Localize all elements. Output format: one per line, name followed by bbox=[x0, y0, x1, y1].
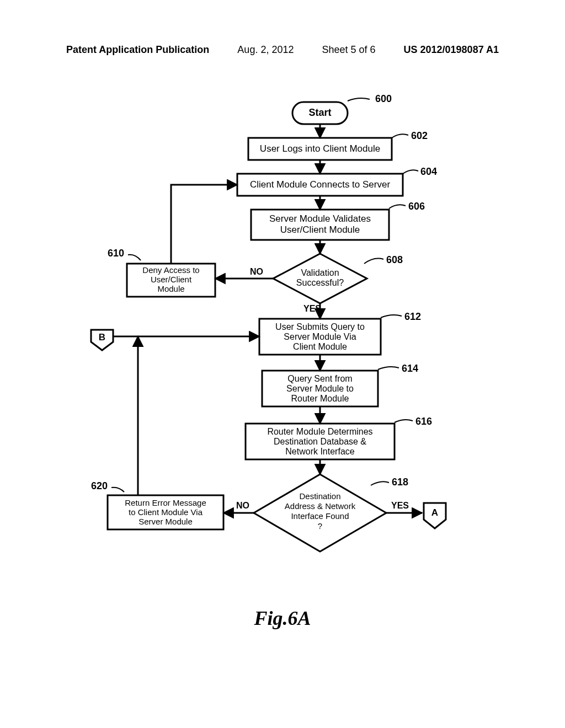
node-614-text-l1: Query Sent from bbox=[287, 374, 352, 383]
node-618: Destination Address & Network Interface … bbox=[254, 474, 408, 552]
edge-label-yes-2: YES bbox=[391, 501, 409, 510]
node-616-text-l3: Network Interface bbox=[285, 447, 354, 456]
node-612: User Submits Query to Server Module Via … bbox=[259, 311, 421, 355]
ref-608: 608 bbox=[386, 254, 403, 265]
node-608-text-l1: Validation bbox=[301, 268, 339, 277]
node-610: Deny Access to User/Client Module 610 bbox=[108, 248, 215, 297]
ref-610: 610 bbox=[108, 248, 124, 259]
node-618-text-l4: ? bbox=[318, 521, 322, 531]
ref-606: 606 bbox=[408, 201, 425, 212]
figure-label: Fig.6A bbox=[0, 607, 565, 630]
node-620-text-l3: Server Module bbox=[138, 517, 193, 526]
node-618-text-l2: Address & Network bbox=[285, 501, 356, 511]
node-614-text-l2: Server Module to bbox=[286, 384, 354, 393]
node-606-text-l2: User/Client Module bbox=[280, 224, 360, 235]
node-610-text-l1: Deny Access to bbox=[142, 265, 199, 275]
ref-616: 616 bbox=[415, 416, 432, 427]
connector-a-text: A bbox=[431, 507, 438, 518]
node-620-text-l2: to Client Module Via bbox=[129, 507, 203, 517]
node-602: User Logs into Client Module 602 bbox=[248, 130, 428, 160]
node-start-text: Start bbox=[308, 107, 331, 118]
node-616-text-l1: Router Module Determines bbox=[267, 427, 372, 436]
ref-612: 612 bbox=[404, 311, 421, 322]
ref-602: 602 bbox=[411, 130, 428, 141]
edge-label-no-2: NO bbox=[236, 501, 249, 510]
node-610-text-l3: Module bbox=[157, 284, 184, 293]
node-606-text-l1: Server Module Validates bbox=[269, 213, 371, 224]
node-620: Return Error Message to Client Module Vi… bbox=[91, 480, 223, 529]
node-602-text: User Logs into Client Module bbox=[260, 143, 380, 154]
ref-620: 620 bbox=[91, 480, 108, 491]
node-614: Query Sent from Server Module to Router … bbox=[262, 363, 418, 406]
node-604-text: Client Module Connects to Server bbox=[250, 179, 391, 190]
node-604: Client Module Connects to Server 604 bbox=[237, 166, 437, 196]
node-618-text-l3: Interface Found bbox=[291, 511, 349, 521]
connector-a: A bbox=[424, 503, 446, 528]
node-608: Validation Successful? 608 bbox=[273, 254, 403, 303]
node-start: Start 600 bbox=[292, 93, 392, 124]
ref-604: 604 bbox=[420, 166, 437, 177]
node-608-text-l2: Successful? bbox=[296, 278, 344, 287]
node-620-text-l1: Return Error Message bbox=[125, 498, 206, 507]
node-614-text-l3: Router Module bbox=[291, 394, 349, 403]
node-618-text-l1: Destination bbox=[299, 491, 340, 501]
node-616-text-l2: Destination Database & bbox=[274, 437, 366, 446]
node-612-text-l2: Server Module Via bbox=[284, 332, 356, 341]
node-616: Router Module Determines Destination Dat… bbox=[246, 416, 432, 459]
connector-b-text: B bbox=[99, 332, 105, 342]
node-610-text-l2: User/Client bbox=[151, 275, 192, 284]
node-612-text-l3: Client Module bbox=[293, 342, 347, 351]
edge-label-no-1: NO bbox=[250, 267, 263, 276]
ref-600: 600 bbox=[375, 93, 392, 104]
node-612-text-l1: User Submits Query to bbox=[275, 322, 365, 331]
connector-b: B bbox=[91, 330, 113, 350]
node-606: Server Module Validates User/Client Modu… bbox=[251, 201, 425, 240]
ref-618: 618 bbox=[392, 477, 408, 488]
edge-label-yes-1: YES bbox=[303, 304, 321, 313]
ref-614: 614 bbox=[402, 363, 418, 374]
